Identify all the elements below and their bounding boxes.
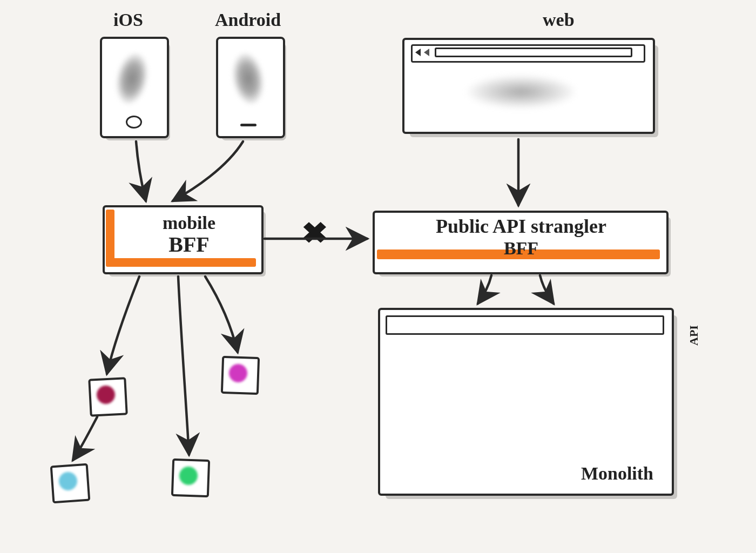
monolith-api-bar (386, 315, 664, 335)
blocked-cross-icon: ✖ (301, 216, 328, 250)
arrow-public-to-monolith-1 (478, 275, 491, 304)
api-label: API (687, 325, 701, 346)
mobile-bff-box: mobile BFF (103, 205, 259, 270)
arrow-android-to-bff (173, 141, 243, 201)
public-api-bff-box: Public API strangler BFF (373, 211, 664, 270)
nav-fwd-icon (424, 49, 429, 56)
arrow-ios-to-bff (136, 141, 146, 201)
arrow-bff-to-green (178, 276, 189, 455)
android-label: Android (215, 10, 281, 30)
monolith-box: Monolith (378, 308, 670, 491)
web-browser (402, 38, 651, 130)
nav-back-icon (415, 49, 421, 56)
arrow-bff-to-magenta (205, 276, 238, 352)
android-device (216, 37, 281, 134)
service-green (172, 459, 205, 493)
home-button-icon (126, 116, 142, 129)
arrow-public-to-monolith-2 (540, 275, 554, 304)
monolith-label: Monolith (581, 463, 653, 484)
public-bff-label-1: Public API strangler (436, 215, 606, 237)
ios-label: iOS (113, 10, 143, 30)
service-red (89, 378, 123, 412)
mobile-bff-label-1: mobile (163, 213, 215, 233)
web-label: web (543, 10, 575, 30)
arrow-red-to-blue (73, 417, 97, 460)
service-blue (51, 464, 85, 498)
public-bff-label-2: BFF (504, 238, 538, 258)
service-magenta (221, 356, 255, 390)
ios-device (100, 37, 165, 134)
architecture-diagram: iOS Android web mobile BFF (0, 0, 756, 553)
arrow-bff-to-red (107, 276, 139, 374)
mobile-bff-label-2: BFF (168, 232, 210, 257)
home-bar-icon (240, 124, 256, 126)
